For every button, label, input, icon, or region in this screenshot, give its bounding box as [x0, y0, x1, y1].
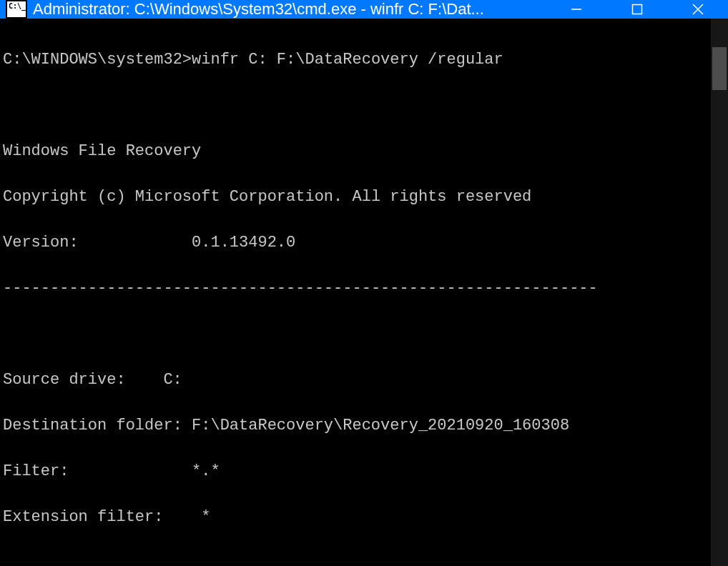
- copyright-line: Copyright (c) Microsoft Corporation. All…: [3, 186, 711, 209]
- titlebar[interactable]: Administrator: C:\Windows\System32\cmd.e…: [0, 0, 728, 19]
- scrollbar-thumb[interactable]: [712, 47, 727, 90]
- window-title: Administrator: C:\Windows\System32\cmd.e…: [33, 0, 546, 19]
- source-drive-label: Source drive:: [3, 369, 163, 392]
- minimize-icon: [571, 4, 582, 15]
- version-label: Version:: [3, 232, 192, 254]
- close-button[interactable]: [667, 0, 728, 19]
- close-icon: [692, 4, 704, 15]
- filter-value: *.*: [192, 462, 220, 480]
- cmd-window: Administrator: C:\Windows\System32\cmd.e…: [0, 0, 728, 566]
- prompt-path: C:\WINDOWS\system32>: [3, 51, 192, 69]
- destination-value: F:\DataRecovery\Recovery_20210920_160308: [192, 417, 569, 435]
- cmd-icon: [6, 0, 27, 19]
- terminal-output[interactable]: C:\WINDOWS\system32>winfr C: F:\DataReco…: [0, 19, 711, 566]
- maximize-icon: [631, 4, 643, 15]
- prompt-command: winfr C: F:\DataRecovery /regular: [192, 51, 503, 69]
- ext-filter-label: Extension filter:: [3, 506, 192, 529]
- maximize-button[interactable]: [606, 0, 667, 19]
- ext-filter-value: *: [201, 508, 210, 526]
- divider-line: ----------------------------------------…: [3, 277, 711, 300]
- minimize-button[interactable]: [546, 0, 606, 19]
- window-controls: [546, 0, 728, 19]
- product-name: Windows File Recovery: [3, 140, 711, 163]
- source-drive-value: C:: [163, 371, 182, 389]
- svg-rect-1: [632, 5, 641, 14]
- destination-label: Destination folder:: [3, 414, 192, 437]
- filter-label: Filter:: [3, 460, 192, 483]
- client-area: C:\WINDOWS\system32>winfr C: F:\DataReco…: [0, 19, 728, 566]
- vertical-scrollbar[interactable]: [711, 19, 728, 566]
- version-value: 0.1.13492.0: [192, 234, 295, 252]
